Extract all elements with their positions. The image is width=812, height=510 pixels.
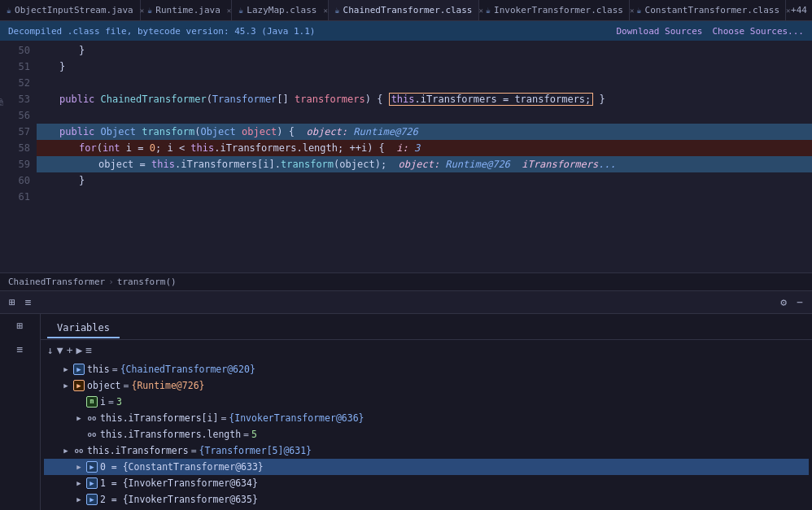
variable-tree: ▶ ▶ this = {ChainedTransformer@620} ▶ ▶ … bbox=[41, 360, 812, 510]
var-type-icon: oo bbox=[86, 412, 98, 424]
tab-objectinputstream[interactable]: ☕ ObjectInputStream.java ✕ bbox=[0, 0, 141, 21]
var-type-icon: ▶ bbox=[73, 380, 85, 391]
expand-icon[interactable]: ▶ bbox=[60, 380, 72, 391]
tab-runtime[interactable]: ☕ Runtime.java ✕ bbox=[141, 0, 232, 21]
breadcrumb-separator: › bbox=[108, 277, 114, 287]
java-icon: ☕ bbox=[636, 6, 641, 15]
line-61: 61 bbox=[0, 189, 30, 205]
tab-constanttransformer[interactable]: ☕ ConstantTransformer.class ✕ bbox=[630, 0, 786, 21]
line-56: 56 bbox=[0, 107, 30, 124]
line-51: ▽ 51 bbox=[0, 59, 30, 75]
code-line-56 bbox=[37, 107, 812, 124]
tab-variables[interactable]: Variables bbox=[47, 319, 120, 338]
line-59: 59 bbox=[0, 156, 30, 172]
var-type-icon: ▶ bbox=[86, 461, 98, 473]
line-53: @ □ 53 bbox=[0, 91, 30, 107]
choose-sources-button[interactable]: Choose Sources... bbox=[712, 26, 804, 37]
code-line-51: } bbox=[37, 59, 812, 75]
expand-icon[interactable]: ▶ bbox=[60, 364, 72, 375]
more-tabs[interactable]: +44 bbox=[786, 5, 812, 15]
line-60: ▽ 60 bbox=[0, 172, 30, 189]
variables-toolbar: ↓ ▼ + ▶ ≡ bbox=[41, 340, 812, 360]
watches-icon[interactable]: ⊞ bbox=[15, 317, 26, 334]
var-item-0[interactable]: ▶ ▶ 0 = {ConstantTransformer@633} bbox=[44, 459, 809, 475]
var-type-icon: ▶ bbox=[73, 364, 85, 375]
minimize-icon[interactable]: − bbox=[794, 294, 805, 310]
tab-bar: ☕ ObjectInputStream.java ✕ ☕ Runtime.jav… bbox=[0, 0, 812, 21]
panel-toolbar: ⊞ ≡ ⚙ − bbox=[0, 291, 812, 314]
code-line-52 bbox=[37, 75, 812, 91]
variables-panel: Variables ↓ ▼ + ▶ ≡ ▶ ▶ this = {ChainedT… bbox=[41, 314, 812, 510]
panel-tabs: Variables bbox=[41, 317, 812, 340]
breadcrumb-class: ChainedTransformer bbox=[8, 277, 105, 287]
var-type-icon: ▶ bbox=[86, 477, 98, 489]
notification-bar: Decompiled .class file, bytecode version… bbox=[0, 21, 812, 41]
var-type-icon: oo bbox=[86, 429, 98, 440]
breadcrumb: ChainedTransformer › transform() bbox=[0, 272, 812, 290]
collapse-all-icon[interactable]: ↓ bbox=[47, 344, 54, 356]
code-line-50: } bbox=[37, 42, 812, 59]
code-line-58: for(int i = 0; i < this.iTransformers.le… bbox=[37, 140, 812, 156]
var-this[interactable]: ▶ ▶ this = {ChainedTransformer@620} bbox=[44, 361, 809, 377]
line-50: ▽ 50 bbox=[0, 42, 30, 59]
code-line-59: object = this.iTransformers[i].transform… bbox=[37, 156, 812, 172]
filter-icon[interactable]: ▼ bbox=[57, 344, 63, 356]
tab-invokertransformer[interactable]: ☕ InvokerTransformer.class ✕ bbox=[479, 0, 630, 21]
expand-icon[interactable]: ▶ bbox=[73, 477, 85, 489]
code-line-57: public Object transform(Object object) {… bbox=[37, 124, 812, 140]
expand-icon[interactable]: ▶ bbox=[73, 494, 85, 505]
var-type-icon: m bbox=[86, 396, 98, 408]
line-52: 52 bbox=[0, 75, 30, 91]
java-icon: ☕ bbox=[238, 6, 243, 15]
expand-icon[interactable]: ▶ bbox=[73, 461, 85, 473]
download-sources-button[interactable]: Download Sources bbox=[616, 26, 702, 37]
fold-icon[interactable]: □ bbox=[0, 95, 3, 103]
var-item-2[interactable]: ▶ ▶ 2 = {InvokerTransformer@635} bbox=[44, 491, 809, 508]
tab-chainedtransformer[interactable]: ☕ ChainedTransformer.class ✕ bbox=[329, 0, 479, 21]
line-numbers: ▽ 50 ▽ 51 52 @ □ 53 56 ▽ 57 ▽ 58 bbox=[0, 41, 37, 272]
panel-left-icons: ⊞ ≡ bbox=[7, 294, 34, 310]
close-icon[interactable]: ✕ bbox=[323, 7, 327, 15]
bottom-panel: ⊞ ≡ ⚙ − ⊞ ≡ Variables ↓ ▼ + ▶ ≡ bbox=[0, 290, 812, 510]
var-item-1[interactable]: ▶ ▶ 1 = {InvokerTransformer@634} bbox=[44, 475, 809, 491]
add-watch-icon[interactable]: + bbox=[67, 344, 73, 356]
notification-message: Decompiled .class file, bytecode version… bbox=[8, 26, 616, 37]
var-type-icon: oo bbox=[73, 445, 85, 456]
list-icon[interactable]: ≡ bbox=[85, 344, 92, 356]
code-line-61 bbox=[37, 189, 812, 205]
code-line-53: public ChainedTransformer(Transformer[] … bbox=[37, 91, 812, 107]
breadcrumb-method: transform() bbox=[117, 277, 177, 287]
var-i[interactable]: ▶ m i = 3 bbox=[44, 394, 809, 410]
notification-actions: Download Sources Choose Sources... bbox=[616, 26, 804, 37]
settings-icon[interactable]: ⚙ bbox=[778, 294, 789, 310]
var-object[interactable]: ▶ ▶ object = {Runtime@726} bbox=[44, 377, 809, 394]
left-sidebar-panel: ⊞ ≡ bbox=[0, 314, 41, 510]
restore-layout-icon[interactable]: ⊞ bbox=[7, 294, 18, 310]
tab-lazymap[interactable]: ☕ LazyMap.class ✕ bbox=[232, 0, 328, 21]
var-itransformers[interactable]: ▶ oo this.iTransformers = {Transformer[5… bbox=[44, 442, 809, 459]
expand-icon[interactable]: ▶ bbox=[60, 445, 72, 456]
expand-icon[interactable]: ▶ bbox=[76, 344, 82, 356]
java-icon: ☕ bbox=[486, 6, 491, 15]
java-icon: ☕ bbox=[7, 6, 11, 15]
code-line-60: } bbox=[37, 172, 812, 189]
java-icon: ☕ bbox=[147, 6, 152, 15]
close-icon[interactable]: ✕ bbox=[227, 7, 231, 15]
var-type-icon: ▶ bbox=[86, 494, 98, 505]
list-view-icon[interactable]: ≡ bbox=[23, 294, 34, 310]
frames-icon[interactable]: ≡ bbox=[15, 341, 26, 358]
java-icon: ☕ bbox=[335, 6, 340, 15]
code-lines-content: } } public ChainedTransformer(Transforme… bbox=[37, 41, 812, 272]
expand-icon[interactable]: ▶ bbox=[73, 412, 85, 424]
var-transformers-length[interactable]: ▶ oo this.iTransformers.length = 5 bbox=[44, 426, 809, 442]
line-58: ▽ 58 bbox=[0, 140, 30, 156]
line-57: ▽ 57 bbox=[0, 124, 30, 140]
code-editor: ▽ 50 ▽ 51 52 @ □ 53 56 ▽ 57 ▽ 58 bbox=[0, 41, 812, 272]
var-transformers-i[interactable]: ▶ oo this.iTransformers[i] = {InvokerTra… bbox=[44, 410, 809, 426]
